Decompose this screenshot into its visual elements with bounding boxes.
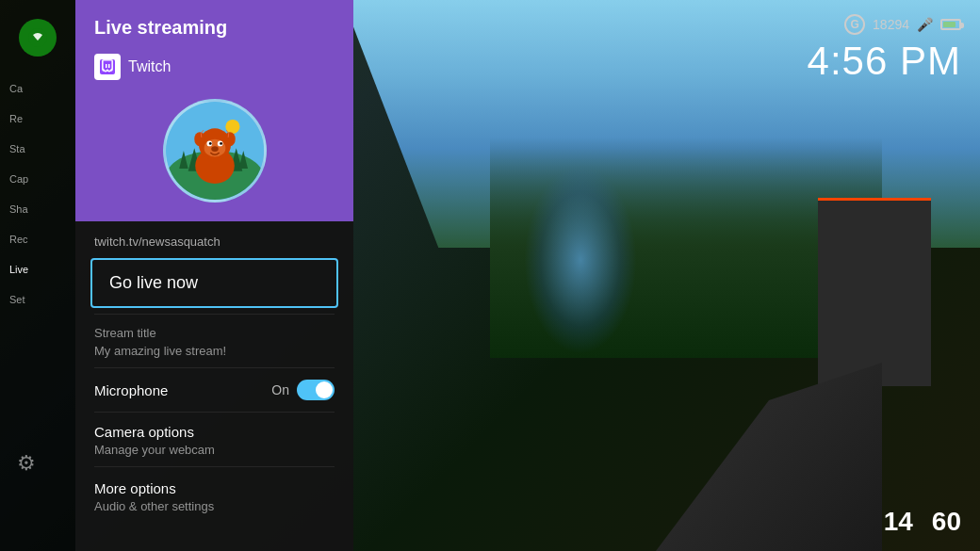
microphone-toggle[interactable]: [297, 380, 335, 400]
gamerscore-icon: G: [844, 14, 865, 35]
svg-point-19: [208, 142, 211, 145]
xbox-icon[interactable]: [19, 19, 57, 57]
svg-rect-3: [106, 64, 107, 68]
sidebar-item-live[interactable]: Live: [0, 256, 75, 283]
twitch-svg: [100, 59, 115, 74]
xbox-logo: [27, 27, 48, 48]
panel-content: twitch.tv/newsasquatch Go live now Strea…: [75, 221, 353, 523]
sidebar-item-capture2[interactable]: Cap: [0, 166, 75, 192]
sidebar-nav: Ca Re Sta Cap Sha Rec Live Set: [0, 75, 75, 313]
svg-point-21: [211, 146, 219, 152]
toggle-thumb: [316, 381, 333, 398]
twitch-logo-icon: [94, 54, 121, 80]
mic-mute-icon: 🎤: [917, 17, 933, 32]
weapon-overlay: [599, 363, 882, 551]
go-live-button[interactable]: Go live now: [90, 258, 338, 308]
camera-options-subtitle: Manage your webcam: [94, 443, 335, 457]
svg-point-20: [220, 142, 222, 145]
ammo-reserve: 60: [932, 507, 961, 537]
ammo-current: 14: [884, 507, 913, 537]
twitch-row: Twitch: [94, 54, 335, 80]
building-silhouette: [818, 198, 931, 386]
microphone-row: Microphone On: [75, 368, 353, 412]
sidebar-item-record[interactable]: Rec: [0, 226, 75, 252]
panel-header: Live streaming Twitch: [75, 0, 353, 221]
clock-display: 4:56 PM: [808, 39, 961, 84]
hud-icons-row: G 18294 🎤: [808, 14, 961, 35]
user-avatar: [163, 99, 267, 203]
creature-glow-effect: [524, 166, 637, 354]
camera-options-section[interactable]: Camera options Manage your webcam: [75, 413, 353, 466]
stream-title-label: Stream title: [94, 326, 335, 340]
ammo-display: 14 60: [884, 507, 961, 537]
microphone-toggle-area[interactable]: On: [271, 380, 335, 400]
panel-title: Live streaming: [94, 17, 227, 39]
sidebar-item-start[interactable]: Sta: [0, 136, 75, 162]
sidebar-overlay: Ca Re Sta Cap Sha Rec Live Set ⚙: [0, 0, 75, 551]
battery-fill: [943, 22, 956, 27]
svg-point-14: [194, 132, 204, 146]
gamerscore-value: 18294: [873, 17, 909, 32]
sidebar-item-recent[interactable]: Re: [0, 105, 75, 132]
microphone-state: On: [271, 382, 289, 397]
battery-icon: [940, 19, 961, 30]
hud-overlay: G 18294 🎤 4:56 PM: [808, 14, 961, 84]
stream-title-section: Stream title My amazing live stream!: [75, 315, 353, 367]
avatar-svg: [166, 102, 264, 200]
title-row: Live streaming: [94, 17, 335, 39]
more-options-subtitle: Audio & other settings: [94, 499, 335, 513]
microphone-label: Microphone: [94, 382, 168, 398]
camera-options-title: Camera options: [94, 424, 335, 440]
sidebar-item-share[interactable]: Sha: [0, 196, 75, 222]
more-options-title: More options: [94, 480, 335, 496]
sidebar-item-capture[interactable]: Ca: [0, 75, 75, 102]
stream-title-value: My amazing live stream!: [94, 344, 335, 358]
gear-icon[interactable]: ⚙: [17, 451, 36, 476]
username-display: twitch.tv/newsasquatch: [75, 221, 353, 258]
sidebar-item-settings[interactable]: Set: [0, 286, 75, 313]
svg-point-15: [224, 132, 235, 146]
live-streaming-panel: Live streaming Twitch: [75, 0, 353, 551]
platform-name: Twitch: [128, 58, 171, 75]
more-options-section[interactable]: More options Audio & other settings: [75, 467, 353, 523]
svg-rect-4: [108, 64, 110, 68]
